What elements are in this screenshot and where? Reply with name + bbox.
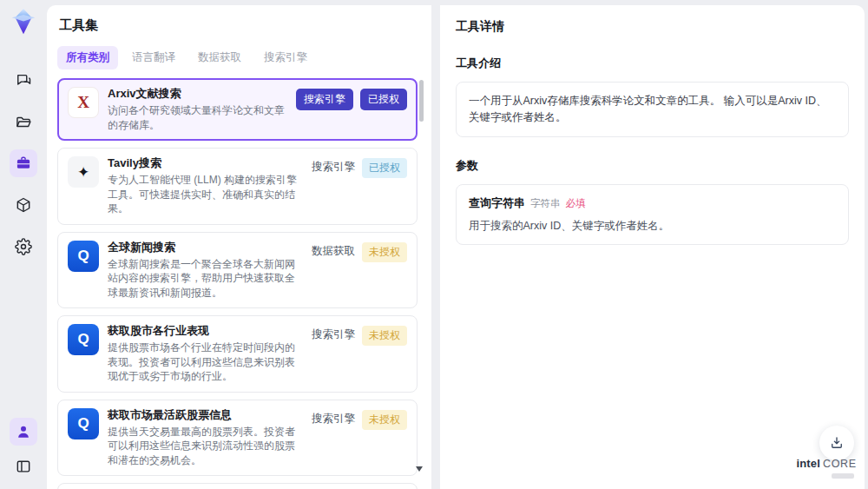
panel-divider — [431, 5, 440, 489]
tool-name: Arxiv文献搜索 — [108, 87, 287, 101]
user-icon[interactable] — [10, 418, 37, 446]
app-logo-gem[interactable] — [9, 7, 38, 36]
tool-category-badge[interactable]: 搜索引擎 — [296, 89, 353, 110]
tool-status-badge: 未授权 — [362, 410, 407, 430]
tool-status-badge: 已授权 — [362, 158, 407, 178]
brand-core-text: CORE — [823, 458, 857, 470]
detail-title: 工具详情 — [456, 19, 849, 35]
gear-icon[interactable] — [10, 233, 37, 261]
cube-icon[interactable] — [10, 191, 37, 219]
category-tabs: 所有类别语言翻译数据获取搜索引擎 — [57, 46, 431, 69]
toolbox-briefcase-icon[interactable] — [10, 149, 37, 177]
tool-description: 专为人工智能代理 (LLM) 构建的搜索引擎工具。可快速提供实时、准确和真实的结… — [108, 173, 303, 216]
param-box: 查询字符串 字符串 必填 用于搜索的Arxiv ID、关键字或作者姓名。 — [456, 184, 849, 245]
tool-status-badge: 未授权 — [362, 242, 407, 262]
tool-description: 访问各个研究领域大量科学论文和文章的存储库。 — [108, 103, 287, 132]
download-icon — [829, 435, 845, 451]
intro-heading: 工具介绍 — [456, 56, 849, 71]
tool-description: 全球新闻搜索是一个聚合全球各大新闻网站内容的搜索引擎，帮助用户快速获取全球最新资… — [108, 257, 303, 301]
sidebar-nav — [10, 66, 37, 261]
tool-category-badge: 搜索引擎 — [312, 326, 355, 342]
param-name: 查询字符串 — [469, 195, 525, 211]
tool-category-badge: 数据获取 — [312, 242, 355, 259]
brand-subtext-mark — [832, 473, 854, 479]
tool-icon: X — [68, 87, 99, 118]
tool-card[interactable]: X Arxiv文献搜索 访问各个研究领域大量科学论文和文章的存储库。 搜索引擎 … — [57, 78, 418, 141]
tool-card[interactable]: ✦ Tavily搜索 专为人工智能代理 (LLM) 构建的搜索引擎工具。可快速提… — [57, 148, 418, 225]
param-required-badge: 必填 — [566, 197, 586, 210]
tool-status-badge[interactable]: 已授权 — [360, 89, 407, 110]
tool-icon: ✦ — [68, 156, 99, 188]
tool-list: X Arxiv文献搜索 访问各个研究领域大量科学论文和文章的存储库。 搜索引擎 … — [57, 78, 418, 489]
tool-name: 获取市场最活跃股票信息 — [108, 408, 303, 422]
tool-description: 提供当天交易量最高的股票列表。投资者可以利用这些信息来识别流动性强的股票和潜在的… — [108, 425, 303, 468]
scroll-down-arrow-icon[interactable] — [416, 466, 423, 472]
param-desc: 用于搜索的Arxiv ID、关键字或作者姓名。 — [469, 219, 836, 234]
tool-card[interactable]: Q 获取市场最活跃股票信息 提供当天交易量最高的股票列表。投资者可以利用这些信息… — [57, 400, 418, 477]
brand-intel-text: intel — [796, 457, 820, 470]
tool-icon: Q — [68, 324, 99, 355]
tool-category-badge: 搜索引擎 — [312, 410, 355, 426]
params-heading: 参数 — [456, 158, 849, 174]
intel-core-logo: intelCORE — [795, 455, 858, 479]
param-type: 字符串 — [530, 197, 561, 210]
intro-box: 一个用于从Arxiv存储库搜索科学论文和文章的工具。 输入可以是Arxiv ID… — [456, 82, 849, 137]
folder-icon[interactable] — [10, 108, 37, 135]
tool-category-badge: 搜索引擎 — [312, 158, 355, 175]
tool-name: 获取股市各行业表现 — [108, 324, 303, 338]
scrollbar-thumb[interactable] — [419, 80, 424, 122]
page-title: 工具集 — [59, 17, 431, 34]
app-sidebar — [0, 0, 47, 489]
intro-text: 一个用于从Arxiv存储库搜索科学论文和文章的工具。 输入可以是Arxiv ID… — [469, 93, 836, 126]
tool-card[interactable]: ▤ 万维地区新闻查询 查询具体行政区划内的新闻，快速了解各地新闻动 搜索引擎 未… — [57, 483, 418, 489]
sidebar-bottom — [10, 418, 37, 480]
tool-card[interactable]: Q 全球新闻搜索 全球新闻搜索是一个聚合全球各大新闻网站内容的搜索引擎，帮助用户… — [57, 232, 418, 309]
tool-status-badge: 未授权 — [362, 326, 407, 346]
tool-description: 提供股票市场各个行业在特定时间段内的表现。投资者可以利用这些信息来识别表现优于或… — [108, 340, 303, 384]
tool-list-section: 工具集 所有类别语言翻译数据获取搜索引擎 X Arxiv文献搜索 访问各个研究领… — [47, 5, 431, 489]
tab-0[interactable]: 所有类别 — [57, 46, 118, 69]
tool-detail-section: 工具详情 工具介绍 一个用于从Arxiv存储库搜索科学论文和文章的工具。 输入可… — [440, 5, 865, 489]
tool-card[interactable]: Q 获取股市各行业表现 提供股票市场各个行业在特定时间段内的表现。投资者可以利用… — [57, 315, 418, 393]
tab-3[interactable]: 搜索引擎 — [255, 46, 316, 69]
tool-name: 全球新闻搜索 — [108, 241, 303, 254]
tool-icon: Q — [68, 241, 99, 272]
param-head: 查询字符串 字符串 必填 — [469, 195, 836, 211]
chat-icon[interactable] — [10, 66, 37, 94]
tool-icon: Q — [68, 408, 99, 439]
tool-name: Tavily搜索 — [108, 156, 303, 170]
panel-layout-icon[interactable] — [10, 453, 37, 480]
tab-2[interactable]: 数据获取 — [189, 46, 250, 69]
tab-1[interactable]: 语言翻译 — [123, 46, 184, 69]
main-panel: 工具集 所有类别语言翻译数据获取搜索引擎 X Arxiv文献搜索 访问各个研究领… — [47, 5, 865, 489]
